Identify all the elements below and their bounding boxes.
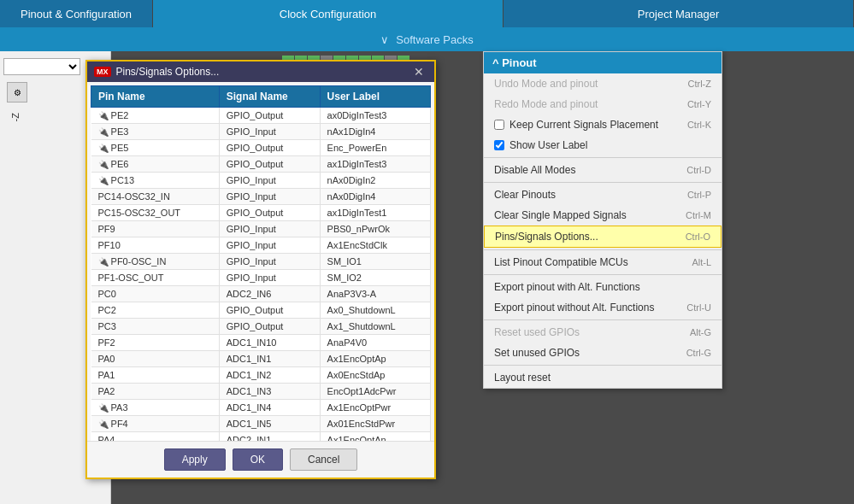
checkbox-input[interactable] bbox=[494, 120, 504, 130]
cancel-button[interactable]: Cancel bbox=[290, 448, 357, 471]
apply-button[interactable]: Apply bbox=[164, 448, 226, 471]
table-body: 🔌 PE2GPIO_Outputax0DigInTest3🔌 PE3GPIO_I… bbox=[91, 108, 431, 442]
dialog-close-button[interactable]: ✕ bbox=[410, 65, 427, 79]
cell-user-label: Ax1EncOptAp bbox=[320, 351, 430, 367]
dropdown-separator bbox=[484, 365, 721, 366]
dropdown-item[interactable]: Clear PinoutsCtrl-P bbox=[484, 185, 721, 205]
cell-user-label: Ax1EncOptPwr bbox=[320, 400, 430, 416]
cell-user-label: Ax1_ShutdownL bbox=[320, 319, 430, 335]
col-user-label: User Label bbox=[320, 86, 430, 108]
table-row[interactable]: PF1-OSC_OUTGPIO_InputSM_IO2 bbox=[91, 270, 431, 286]
cell-pin-name: PF1-OSC_OUT bbox=[91, 270, 220, 286]
dropdown-header[interactable]: ^ Pinout bbox=[484, 52, 721, 73]
shortcut-label: Ctrl-Z bbox=[688, 79, 712, 89]
table-row[interactable]: 🔌 PE5GPIO_OutputEnc_PowerEn bbox=[91, 140, 431, 156]
chevron-down-icon: ∨ bbox=[380, 33, 389, 46]
cell-user-label: SM_IO2 bbox=[320, 270, 430, 286]
item-label: Export pinout without Alt. Functions bbox=[494, 302, 654, 314]
cell-user-label: ax0DigInTest3 bbox=[320, 108, 430, 124]
pin-orange-icon: 🔌 bbox=[98, 111, 109, 120]
table-row[interactable]: PA2ADC1_IN3EncOpt1AdcPwr bbox=[91, 384, 431, 400]
table-row[interactable]: 🔌 PF4ADC1_IN5Ax01EncStdPwr bbox=[91, 416, 431, 432]
dropdown-item[interactable]: Keep Current Signals PlacementCtrl-K bbox=[484, 114, 721, 135]
software-packs-bar[interactable]: ∨ Software Packs bbox=[0, 27, 854, 51]
table-row[interactable]: PA0ADC1_IN1Ax1EncOptAp bbox=[91, 351, 431, 367]
pin-orange-icon: 🔌 bbox=[98, 176, 109, 185]
table-row[interactable]: 🔌 PE3GPIO_InputnAx1DigIn4 bbox=[91, 124, 431, 140]
dialog-title: Pins/Signals Options... bbox=[116, 66, 220, 78]
dropdown-separator bbox=[484, 249, 721, 250]
shortcut-label: Alt-G bbox=[690, 327, 711, 337]
item-label: Undo Mode and pinout bbox=[494, 78, 598, 90]
dropdown-item[interactable]: List Pinout Compatible MCUsAlt-L bbox=[484, 252, 721, 273]
dropdown-separator bbox=[484, 182, 721, 183]
cell-pin-name: PC2 bbox=[91, 302, 220, 319]
cell-pin-name: PC0 bbox=[91, 286, 220, 302]
tab-clock[interactable]: Clock Configuration bbox=[153, 0, 504, 27]
dropdown-separator bbox=[484, 157, 721, 158]
shortcut-label: Ctrl-D bbox=[686, 165, 711, 175]
cell-signal-name: GPIO_Input bbox=[219, 237, 320, 254]
dropdown-item: Undo Mode and pinoutCtrl-Z bbox=[484, 73, 721, 94]
cell-pin-name: 🔌 PE2 bbox=[91, 108, 220, 124]
cell-pin-name: 🔌 PE5 bbox=[91, 140, 220, 156]
checkbox-item[interactable]: Show User Label bbox=[494, 139, 587, 151]
dropdown-item[interactable]: Export pinout with Alt. Functions bbox=[484, 277, 721, 297]
gear-icon[interactable]: ⚙ bbox=[7, 82, 27, 103]
cell-pin-name: PF9 bbox=[91, 221, 220, 237]
cell-signal-name: GPIO_Output bbox=[219, 140, 320, 156]
dropdown-item[interactable]: Pins/Signals Options...Ctrl-O bbox=[484, 226, 721, 248]
col-signal-name: Signal Name bbox=[219, 86, 320, 108]
top-navigation: Pinout & Configuration Clock Configurati… bbox=[0, 0, 854, 27]
cell-user-label: Ax0_ShutdownL bbox=[320, 302, 430, 319]
table-row[interactable]: 🔌 PC13GPIO_InputnAx0DigIn2 bbox=[91, 173, 431, 189]
checkbox-item[interactable]: Keep Current Signals Placement bbox=[494, 119, 658, 131]
dialog-titlebar: MX Pins/Signals Options... ✕ bbox=[87, 62, 434, 82]
table-row[interactable]: PA1ADC1_IN2Ax0EncStdAp bbox=[91, 367, 431, 384]
checkbox-input[interactable] bbox=[494, 140, 504, 150]
dropdown-item[interactable]: Export pinout without Alt. FunctionsCtrl… bbox=[484, 297, 721, 318]
shortcut-label: Ctrl-P bbox=[687, 190, 711, 200]
table-row[interactable]: PC14-OSC32_INGPIO_InputnAx0DigIn4 bbox=[91, 189, 431, 205]
table-row[interactable]: 🔌 PA3ADC1_IN4Ax1EncOptPwr bbox=[91, 400, 431, 416]
table-row[interactable]: 🔌 PF0-OSC_INGPIO_InputSM_IO1 bbox=[91, 254, 431, 270]
shortcut-label: Ctrl-Y bbox=[687, 99, 711, 109]
tab-pinout[interactable]: Pinout & Configuration bbox=[0, 0, 153, 27]
dropdown-item[interactable]: Clear Single Mapped SignalsCtrl-M bbox=[484, 205, 721, 226]
cell-signal-name: ADC2_IN6 bbox=[219, 286, 320, 302]
table-row[interactable]: 🔌 PE2GPIO_Outputax0DigInTest3 bbox=[91, 108, 431, 124]
dropdown-separator bbox=[484, 274, 721, 275]
dropdown-item[interactable]: Disable All ModesCtrl-D bbox=[484, 160, 721, 180]
dropdown-item: Reset used GPIOsAlt-G bbox=[484, 322, 721, 343]
cell-pin-name: PA4 bbox=[91, 432, 220, 442]
cell-signal-name: GPIO_Input bbox=[219, 254, 320, 270]
tab-project[interactable]: Project Manager bbox=[504, 0, 854, 27]
dropdown-item[interactable]: Layout reset bbox=[484, 367, 721, 388]
checkbox-label: Show User Label bbox=[509, 139, 587, 151]
table-row[interactable]: 🔌 PE6GPIO_Outputax1DigInTest3 bbox=[91, 156, 431, 173]
shortcut-label: Ctrl-U bbox=[686, 302, 711, 313]
table-row[interactable]: PC3GPIO_OutputAx1_ShutdownL bbox=[91, 319, 431, 335]
dropdown-item[interactable]: Set unused GPIOsCtrl-G bbox=[484, 343, 721, 363]
cell-signal-name: GPIO_Input bbox=[219, 221, 320, 237]
item-label: Clear Pinouts bbox=[494, 189, 556, 201]
table-row[interactable]: PF2ADC1_IN10AnaP4V0 bbox=[91, 335, 431, 351]
pin-orange-icon: 🔌 bbox=[98, 419, 109, 429]
pin-orange-icon: 🔌 bbox=[98, 160, 109, 169]
shortcut-label: Alt-L bbox=[692, 257, 711, 267]
ok-button[interactable]: OK bbox=[233, 448, 283, 471]
table-row[interactable]: PA4ADC2_IN1Ax1EncOptAn bbox=[91, 432, 431, 442]
dropdown-item[interactable]: Show User Label bbox=[484, 135, 721, 155]
table-row[interactable]: PC0ADC2_IN6AnaP3V3-A bbox=[91, 286, 431, 302]
table-row[interactable]: PF10GPIO_InputAx1EncStdClk bbox=[91, 237, 431, 254]
cell-user-label: nAx1DigIn4 bbox=[320, 124, 430, 140]
sidebar-dropdown[interactable] bbox=[3, 58, 80, 75]
table-row[interactable]: PF9GPIO_InputPBS0_nPwrOk bbox=[91, 221, 431, 237]
shortcut-label: Ctrl-K bbox=[687, 120, 711, 130]
table-row[interactable]: PC2GPIO_OutputAx0_ShutdownL bbox=[91, 302, 431, 319]
cell-user-label: Ax01EncStdPwr bbox=[320, 416, 430, 432]
table-row[interactable]: PC15-OSC32_OUTGPIO_Outputax1DigInTest1 bbox=[91, 205, 431, 221]
cell-user-label: Ax1EncOptAn bbox=[320, 432, 430, 442]
cell-signal-name: GPIO_Input bbox=[219, 189, 320, 205]
cell-user-label: ax1DigInTest3 bbox=[320, 156, 430, 173]
